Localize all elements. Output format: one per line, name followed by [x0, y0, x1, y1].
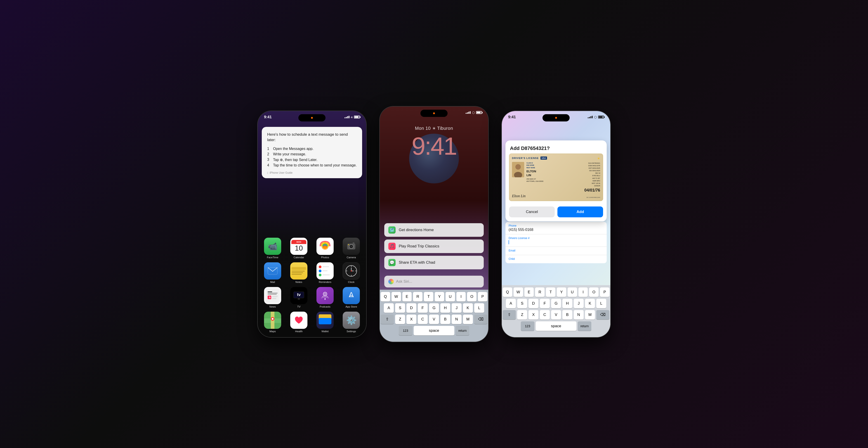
key3-o[interactable]: O [589, 288, 598, 297]
siri-orb-icon [388, 279, 394, 284]
key3-w[interactable]: W [514, 288, 523, 297]
key3-h[interactable]: H [562, 299, 572, 308]
dl-last-name: LIN [526, 173, 582, 178]
key-123[interactable]: 123 [399, 326, 412, 335]
app-label-photos: Photos [321, 256, 329, 259]
key-l[interactable]: L [474, 303, 484, 313]
key3-c[interactable]: C [540, 310, 550, 320]
svg-point-7 [348, 244, 349, 245]
key-k[interactable]: K [463, 303, 473, 313]
key3-space[interactable]: space [536, 321, 577, 331]
key-g[interactable]: G [429, 303, 439, 313]
suggestion-directions[interactable]: 🗺️ Get directions Home [384, 223, 484, 237]
key3-e[interactable]: E [524, 288, 534, 297]
key-y[interactable]: Y [435, 292, 444, 301]
key3-b[interactable]: B [562, 310, 572, 320]
suggestion-music[interactable]: 🎵 Play Road Trip Classics [384, 239, 484, 253]
key-w[interactable]: W [392, 292, 401, 301]
suggestion-text-directions: Get directions Home [399, 228, 434, 232]
key-p[interactable]: P [478, 292, 487, 301]
app-mail[interactable]: Mail [260, 262, 285, 283]
key-v[interactable]: V [429, 315, 439, 324]
key3-a[interactable]: A [506, 299, 516, 308]
key3-f[interactable]: F [540, 299, 550, 308]
app-calendar[interactable]: MON 10 Calendar [286, 238, 311, 259]
key-t[interactable]: T [424, 292, 433, 301]
wallet-dialog-title: Add D87654321? [505, 141, 607, 154]
key3-l[interactable]: L [596, 299, 606, 308]
siri-search-bar[interactable]: Ask Siri... [384, 276, 484, 288]
app-maps[interactable]: Maps [260, 311, 285, 333]
key3-i[interactable]: I [579, 288, 588, 297]
key-m[interactable]: M [463, 315, 473, 324]
key3-s[interactable]: S [517, 299, 527, 308]
key-s[interactable]: S [395, 303, 405, 313]
status-icons-2: ⬡ [466, 111, 482, 114]
key3-backspace[interactable]: ⌫ [596, 310, 610, 320]
key-d[interactable]: D [406, 303, 416, 313]
key-e[interactable]: E [402, 292, 412, 301]
key3-shift[interactable]: ⇧ [503, 310, 516, 320]
status-icons-1: 𝛂 [344, 115, 360, 119]
form-field-dl[interactable]: Drivers License # [505, 234, 607, 247]
step-text-1: Open the Messages app. [273, 147, 313, 151]
key-z[interactable]: Z [395, 315, 405, 324]
wallet-cancel-button[interactable]: Cancel [509, 207, 555, 217]
app-appstore[interactable]: A App Store [339, 287, 364, 308]
app-camera[interactable]: Camera [339, 238, 364, 259]
key-j[interactable]: J [452, 303, 462, 313]
key3-q[interactable]: Q [503, 288, 512, 297]
key3-v[interactable]: V [551, 310, 561, 320]
app-photos[interactable]: Photos [312, 238, 338, 259]
key-return[interactable]: return [456, 326, 469, 335]
app-settings[interactable]: ⚙️ Settings [339, 311, 364, 333]
dl-star-icon: ★ [597, 156, 600, 160]
key3-g[interactable]: G [551, 299, 561, 308]
key3-d[interactable]: D [528, 299, 538, 308]
suggestion-messages[interactable]: 💬 Share ETA with Chad [384, 256, 484, 269]
key-r[interactable]: R [413, 292, 423, 301]
key3-t[interactable]: T [546, 288, 555, 297]
key3-p[interactable]: P [600, 288, 610, 297]
key3-n[interactable]: N [574, 310, 584, 320]
key-a[interactable]: A [384, 303, 394, 313]
siri-steps: 1Open the Messages app. 2Write your mess… [267, 146, 357, 168]
key3-m[interactable]: M [585, 310, 595, 320]
key3-z[interactable]: Z [517, 310, 527, 320]
key-space[interactable]: space [414, 326, 454, 335]
app-wallet[interactable]: Wallet [312, 311, 338, 333]
app-reminders[interactable]: Reminders [312, 262, 338, 283]
key-o[interactable]: O [467, 292, 476, 301]
siri-suggestions: 🗺️ Get directions Home 🎵 Play Road Trip … [384, 223, 484, 269]
key-shift[interactable]: ⇧ [381, 315, 394, 324]
suggestion-text-music: Play Road Trip Classics [399, 244, 439, 248]
app-notes[interactable]: Notes [286, 262, 311, 283]
key-c[interactable]: C [418, 315, 428, 324]
key-backspace[interactable]: ⌫ [474, 315, 487, 324]
key3-j[interactable]: J [574, 299, 584, 308]
wallet-add-button[interactable]: Add [557, 207, 603, 217]
app-tv[interactable]: tv TV [286, 287, 311, 308]
app-podcasts[interactable]: Podcasts [312, 287, 338, 308]
key-n[interactable]: N [452, 315, 462, 324]
app-grid: 📹 FaceTime MON 10 Calendar [258, 234, 366, 337]
key-h[interactable]: H [440, 303, 450, 313]
key3-u[interactable]: U [567, 288, 577, 297]
app-health[interactable]: Health [286, 311, 311, 333]
key-x[interactable]: X [406, 315, 416, 324]
key-f[interactable]: F [418, 303, 428, 313]
key-q[interactable]: Q [381, 292, 390, 301]
app-clock[interactable]: Clock [339, 262, 364, 283]
key-i[interactable]: I [456, 292, 466, 301]
app-news[interactable]: N News [260, 287, 285, 308]
key-u[interactable]: U [445, 292, 455, 301]
key3-y[interactable]: Y [557, 288, 566, 297]
key-b[interactable]: B [440, 315, 450, 324]
key3-123[interactable]: 123 [521, 321, 534, 331]
key3-r[interactable]: R [535, 288, 545, 297]
step-text-2: Write your message. [273, 152, 306, 156]
key3-x[interactable]: X [528, 310, 538, 320]
app-facetime[interactable]: 📹 FaceTime [260, 238, 285, 259]
key3-return[interactable]: return [578, 321, 591, 331]
key3-k[interactable]: K [585, 299, 595, 308]
